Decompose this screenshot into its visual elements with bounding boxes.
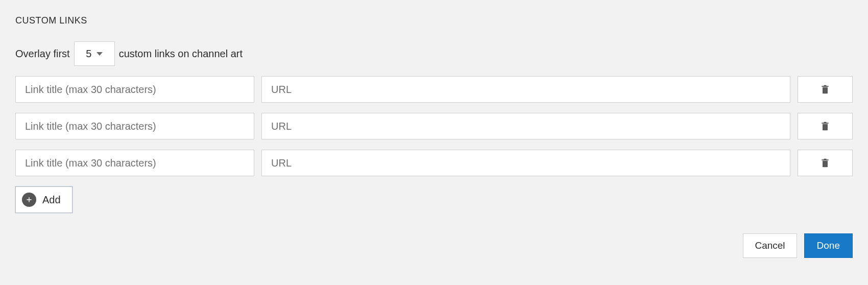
- link-title-input[interactable]: [15, 113, 254, 139]
- overlay-count-select[interactable]: 5: [74, 41, 115, 66]
- link-title-input[interactable]: [15, 150, 254, 176]
- link-url-input[interactable]: [261, 76, 790, 103]
- trash-icon: [820, 83, 830, 96]
- delete-link-button[interactable]: [798, 113, 853, 139]
- overlay-count-value: 5: [86, 48, 91, 60]
- dialog-footer: Cancel Done: [15, 233, 853, 258]
- add-link-button[interactable]: Add: [15, 186, 73, 213]
- delete-link-button[interactable]: [798, 150, 853, 176]
- link-row: [15, 150, 853, 176]
- cancel-button[interactable]: Cancel: [743, 233, 797, 258]
- section-title: CUSTOM LINKS: [15, 15, 853, 26]
- done-button[interactable]: Done: [804, 233, 853, 258]
- plus-icon: [22, 193, 36, 207]
- links-list: [15, 76, 853, 176]
- overlay-suffix: custom links on channel art: [119, 48, 243, 60]
- link-row: [15, 113, 853, 139]
- link-url-input[interactable]: [261, 113, 790, 139]
- trash-icon: [820, 157, 830, 169]
- link-row: [15, 76, 853, 103]
- overlay-prefix: Overlay first: [15, 48, 70, 60]
- chevron-down-icon: [97, 52, 103, 56]
- overlay-setting: Overlay first 5 custom links on channel …: [15, 41, 853, 66]
- delete-link-button[interactable]: [798, 76, 853, 103]
- trash-icon: [820, 120, 830, 132]
- link-url-input[interactable]: [261, 150, 790, 176]
- link-title-input[interactable]: [15, 76, 254, 103]
- add-button-label: Add: [42, 194, 61, 206]
